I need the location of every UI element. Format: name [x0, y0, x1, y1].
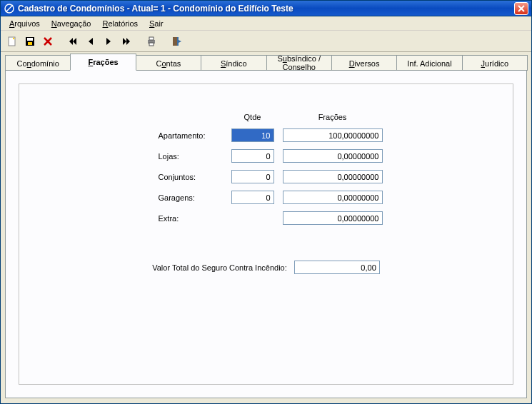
svg-rect-7 [27, 38, 33, 41]
svg-marker-11 [69, 38, 73, 45]
print-button[interactable] [143, 34, 159, 49]
input-garagens-fracao[interactable] [283, 191, 383, 204]
menu-navegacao[interactable]: Navegação [46, 18, 97, 29]
fracoes-grid: Qtde Frações Apartamento: Lojas: Conjunt… [159, 113, 374, 225]
toolbar [1, 31, 531, 52]
svg-rect-19 [149, 43, 154, 46]
new-button[interactable] [4, 34, 20, 49]
svg-rect-18 [149, 37, 154, 40]
new-icon [6, 36, 18, 47]
nav-last-icon [121, 36, 132, 47]
label-garagens: Garagens: [159, 193, 223, 202]
exit-icon [171, 36, 182, 47]
input-apartamento-qtde[interactable] [231, 128, 274, 142]
svg-rect-8 [28, 42, 32, 45]
svg-marker-13 [89, 38, 93, 45]
print-icon [146, 36, 157, 47]
svg-line-1 [6, 5, 13, 12]
tab-sindico[interactable]: Síndico [201, 55, 266, 71]
label-lojas: Lojas: [159, 152, 223, 161]
tab-inf-adicional[interactable]: Inf. Adicional [396, 55, 462, 71]
svg-marker-14 [106, 38, 111, 45]
input-garagens-qtde[interactable] [231, 191, 274, 204]
input-lojas-fracao[interactable] [283, 149, 383, 163]
tab-juridico[interactable]: Jurídico [462, 55, 528, 71]
input-lojas-qtde[interactable] [231, 149, 274, 163]
fracoes-panel: Qtde Frações Apartamento: Lojas: Conjunt… [19, 84, 513, 385]
label-extra: Extra: [159, 214, 223, 223]
tab-fracoes[interactable]: Frações [70, 54, 136, 71]
app-icon [4, 3, 15, 14]
input-apartamento-fracao[interactable] [283, 128, 383, 142]
close-button[interactable] [514, 2, 528, 15]
nav-prev-icon [85, 36, 96, 47]
nav-next-icon [103, 36, 114, 47]
svg-marker-15 [123, 38, 126, 45]
svg-marker-22 [179, 40, 181, 43]
svg-marker-12 [73, 38, 76, 45]
header-qtde: Qtde [231, 113, 274, 121]
tabstrip: Condomínio Frações Contas Síndico Subsín… [1, 52, 531, 71]
menu-arquivos[interactable]: Arquivos [4, 18, 46, 29]
save-button[interactable] [21, 34, 38, 49]
label-insurance: Valor Total do Seguro Contra Incêndio: [152, 263, 287, 272]
tab-subsindico[interactable]: Subsíndico /Conselho [266, 55, 332, 71]
nav-first-icon [67, 36, 79, 47]
nav-prev-button[interactable] [82, 34, 99, 49]
insurance-row: Valor Total do Seguro Contra Incêndio: [34, 261, 498, 274]
menu-relatorios[interactable]: Relatórios [96, 18, 144, 29]
nav-next-button[interactable] [100, 34, 116, 49]
svg-rect-21 [177, 37, 179, 46]
save-icon [24, 36, 36, 47]
tab-diversos[interactable]: Diversos [331, 55, 397, 71]
input-conjuntos-fracao[interactable] [283, 170, 383, 183]
svg-rect-20 [173, 37, 177, 46]
nav-last-button[interactable] [118, 34, 134, 49]
label-conjuntos: Conjuntos: [159, 173, 223, 181]
tab-condominio[interactable]: Condomínio [5, 55, 71, 71]
svg-marker-16 [126, 38, 130, 45]
tab-contas[interactable]: Contas [136, 55, 201, 71]
nav-first-button[interactable] [64, 34, 81, 49]
tab-panel: Qtde Frações Apartamento: Lojas: Conjunt… [5, 70, 527, 398]
delete-icon [42, 36, 54, 47]
titlebar: Cadastro de Condomínios - Atual= 1 - Con… [1, 1, 531, 16]
exit-button[interactable] [168, 34, 184, 49]
menubar: Arquivos Navegação Relatórios Sair [1, 16, 531, 31]
delete-button[interactable] [39, 34, 56, 49]
input-conjuntos-qtde[interactable] [231, 170, 274, 183]
menu-sair[interactable]: Sair [144, 18, 169, 29]
window-title: Cadastro de Condomínios - Atual= 1 - Con… [18, 4, 514, 14]
input-extra-fracao[interactable] [283, 211, 383, 225]
close-icon [518, 5, 525, 12]
input-insurance-value[interactable] [294, 261, 380, 274]
header-fracoes: Frações [283, 113, 383, 121]
app-window: Cadastro de Condomínios - Atual= 1 - Con… [0, 0, 532, 404]
label-apartamento: Apartamento: [159, 131, 223, 140]
